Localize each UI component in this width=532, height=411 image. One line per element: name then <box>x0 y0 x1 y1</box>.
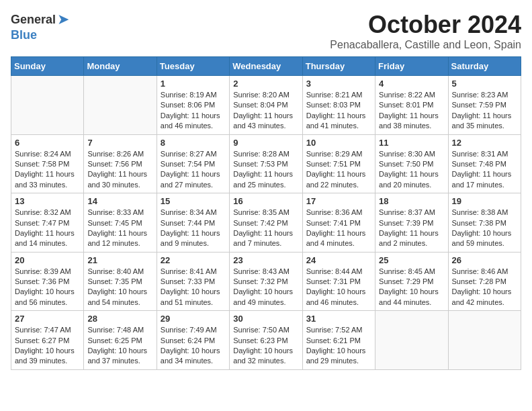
cell-content: Sunrise: 7:52 AMSunset: 6:21 PMDaylight:… <box>306 325 371 367</box>
day-number: 4 <box>379 79 444 89</box>
day-number: 6 <box>15 138 80 148</box>
cell-content: Sunrise: 8:37 AMSunset: 7:39 PMDaylight:… <box>379 208 444 249</box>
calendar-cell: 23Sunrise: 8:43 AMSunset: 7:32 PMDayligh… <box>230 252 302 311</box>
calendar-cell: 7Sunrise: 8:26 AMSunset: 7:56 PMDaylight… <box>84 134 157 193</box>
calendar-cell: 11Sunrise: 8:30 AMSunset: 7:50 PMDayligh… <box>375 134 448 193</box>
calendar-cell: 19Sunrise: 8:38 AMSunset: 7:38 PMDayligh… <box>448 193 521 253</box>
calendar-cell: 12Sunrise: 8:31 AMSunset: 7:48 PMDayligh… <box>448 134 521 193</box>
cell-content: Sunrise: 8:24 AMSunset: 7:58 PMDaylight:… <box>15 149 80 191</box>
cell-content: Sunrise: 8:45 AMSunset: 7:29 PMDaylight:… <box>379 267 444 308</box>
day-number: 27 <box>15 314 80 324</box>
cell-content: Sunrise: 7:47 AMSunset: 6:27 PMDaylight:… <box>15 325 80 367</box>
calendar-cell: 26Sunrise: 8:46 AMSunset: 7:28 PMDayligh… <box>448 252 521 311</box>
day-number: 13 <box>15 196 80 206</box>
day-number: 2 <box>233 79 298 89</box>
logo-general-text: General <box>11 13 56 27</box>
day-number: 26 <box>452 255 517 265</box>
weekday-header: Friday <box>375 57 448 76</box>
day-number: 21 <box>87 255 152 265</box>
cell-content: Sunrise: 8:38 AMSunset: 7:38 PMDaylight:… <box>452 208 517 249</box>
calendar-cell: 15Sunrise: 8:34 AMSunset: 7:44 PMDayligh… <box>157 193 229 253</box>
calendar-table: SundayMondayTuesdayWednesdayThursdayFrid… <box>11 56 521 370</box>
calendar-cell: 21Sunrise: 8:40 AMSunset: 7:35 PMDayligh… <box>84 252 157 311</box>
calendar-week-row: 6Sunrise: 8:24 AMSunset: 7:58 PMDaylight… <box>11 134 521 193</box>
day-number: 19 <box>452 196 517 206</box>
day-number: 15 <box>161 196 226 206</box>
calendar-week-row: 20Sunrise: 8:39 AMSunset: 7:36 PMDayligh… <box>11 252 521 311</box>
month-title: October 2024 <box>330 11 521 39</box>
calendar-cell: 16Sunrise: 8:35 AMSunset: 7:42 PMDayligh… <box>230 193 302 253</box>
day-number: 3 <box>306 79 371 89</box>
weekday-header-row: SundayMondayTuesdayWednesdayThursdayFrid… <box>11 57 521 76</box>
logo: General ➤ Blue <box>11 11 69 42</box>
day-number: 17 <box>306 196 371 206</box>
cell-content: Sunrise: 8:35 AMSunset: 7:42 PMDaylight:… <box>233 208 298 249</box>
day-number: 20 <box>15 255 80 265</box>
cell-content: Sunrise: 8:27 AMSunset: 7:54 PMDaylight:… <box>161 149 226 191</box>
cell-content: Sunrise: 8:34 AMSunset: 7:44 PMDaylight:… <box>161 208 226 249</box>
cell-content: Sunrise: 7:50 AMSunset: 6:23 PMDaylight:… <box>233 325 298 367</box>
day-number: 22 <box>161 255 226 265</box>
calendar-cell: 22Sunrise: 8:41 AMSunset: 7:33 PMDayligh… <box>157 252 229 311</box>
calendar-cell <box>11 76 84 135</box>
weekday-header: Wednesday <box>230 57 302 76</box>
day-number: 12 <box>452 138 517 148</box>
day-number: 16 <box>233 196 298 206</box>
day-number: 18 <box>379 196 444 206</box>
cell-content: Sunrise: 8:44 AMSunset: 7:31 PMDaylight:… <box>306 267 371 308</box>
calendar-cell: 13Sunrise: 8:32 AMSunset: 7:47 PMDayligh… <box>11 193 84 253</box>
calendar-cell <box>84 76 157 135</box>
cell-content: Sunrise: 7:48 AMSunset: 6:25 PMDaylight:… <box>87 325 152 367</box>
calendar-cell: 31Sunrise: 7:52 AMSunset: 6:21 PMDayligh… <box>302 311 375 370</box>
day-number: 5 <box>452 79 517 89</box>
calendar-cell: 17Sunrise: 8:36 AMSunset: 7:41 PMDayligh… <box>302 193 375 253</box>
calendar-week-row: 13Sunrise: 8:32 AMSunset: 7:47 PMDayligh… <box>11 193 521 253</box>
cell-content: Sunrise: 8:19 AMSunset: 8:06 PMDaylight:… <box>161 90 226 132</box>
weekday-header: Thursday <box>302 57 375 76</box>
calendar-cell: 10Sunrise: 8:29 AMSunset: 7:51 PMDayligh… <box>302 134 375 193</box>
day-number: 11 <box>379 138 444 148</box>
cell-content: Sunrise: 8:46 AMSunset: 7:28 PMDaylight:… <box>452 267 517 308</box>
calendar-cell: 4Sunrise: 8:22 AMSunset: 8:01 PMDaylight… <box>375 76 448 135</box>
cell-content: Sunrise: 8:26 AMSunset: 7:56 PMDaylight:… <box>87 149 152 191</box>
cell-content: Sunrise: 8:22 AMSunset: 8:01 PMDaylight:… <box>379 90 444 132</box>
day-number: 24 <box>306 255 371 265</box>
cell-content: Sunrise: 8:41 AMSunset: 7:33 PMDaylight:… <box>161 267 226 308</box>
day-number: 10 <box>306 138 371 148</box>
calendar-cell: 20Sunrise: 8:39 AMSunset: 7:36 PMDayligh… <box>11 252 84 311</box>
weekday-header: Saturday <box>448 57 521 76</box>
calendar-cell: 27Sunrise: 7:47 AMSunset: 6:27 PMDayligh… <box>11 311 84 370</box>
calendar-cell <box>448 311 521 370</box>
calendar-cell: 9Sunrise: 8:28 AMSunset: 7:53 PMDaylight… <box>230 134 302 193</box>
calendar-cell: 18Sunrise: 8:37 AMSunset: 7:39 PMDayligh… <box>375 193 448 253</box>
cell-content: Sunrise: 8:20 AMSunset: 8:04 PMDaylight:… <box>233 90 298 132</box>
calendar-cell: 3Sunrise: 8:21 AMSunset: 8:03 PMDaylight… <box>302 76 375 135</box>
calendar-cell: 6Sunrise: 8:24 AMSunset: 7:58 PMDaylight… <box>11 134 84 193</box>
day-number: 9 <box>233 138 298 148</box>
cell-content: Sunrise: 8:31 AMSunset: 7:48 PMDaylight:… <box>452 149 517 191</box>
day-number: 7 <box>87 138 152 148</box>
logo-blue-text: Blue <box>11 28 37 42</box>
calendar-cell: 8Sunrise: 8:27 AMSunset: 7:54 PMDaylight… <box>157 134 229 193</box>
day-number: 28 <box>87 314 152 324</box>
cell-content: Sunrise: 7:49 AMSunset: 6:24 PMDaylight:… <box>161 325 226 367</box>
calendar-cell <box>375 311 448 370</box>
cell-content: Sunrise: 8:28 AMSunset: 7:53 PMDaylight:… <box>233 149 298 191</box>
calendar-cell: 29Sunrise: 7:49 AMSunset: 6:24 PMDayligh… <box>157 311 229 370</box>
cell-content: Sunrise: 8:33 AMSunset: 7:45 PMDaylight:… <box>87 208 152 249</box>
day-number: 1 <box>161 79 226 89</box>
day-number: 29 <box>161 314 226 324</box>
day-number: 8 <box>161 138 226 148</box>
cell-content: Sunrise: 8:30 AMSunset: 7:50 PMDaylight:… <box>379 149 444 191</box>
calendar-cell: 24Sunrise: 8:44 AMSunset: 7:31 PMDayligh… <box>302 252 375 311</box>
weekday-header: Monday <box>84 57 157 76</box>
calendar-cell: 5Sunrise: 8:23 AMSunset: 7:59 PMDaylight… <box>448 76 521 135</box>
cell-content: Sunrise: 8:29 AMSunset: 7:51 PMDaylight:… <box>306 149 371 191</box>
day-number: 14 <box>87 196 152 206</box>
calendar-cell: 14Sunrise: 8:33 AMSunset: 7:45 PMDayligh… <box>84 193 157 253</box>
header: General ➤ Blue October 2024 Penacaballer… <box>11 11 521 51</box>
calendar-cell: 28Sunrise: 7:48 AMSunset: 6:25 PMDayligh… <box>84 311 157 370</box>
weekday-header: Sunday <box>11 57 84 76</box>
cell-content: Sunrise: 8:43 AMSunset: 7:32 PMDaylight:… <box>233 267 298 308</box>
day-number: 23 <box>233 255 298 265</box>
